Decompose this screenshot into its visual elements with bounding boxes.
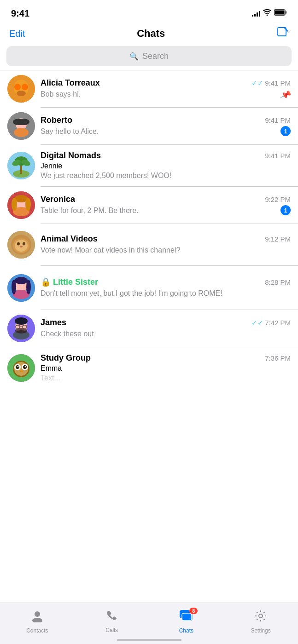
svg-rect-13 (13, 119, 29, 125)
svg-point-38 (12, 280, 16, 294)
svg-rect-67 (182, 613, 192, 621)
tab-chats[interactable]: 8 Chats (149, 603, 224, 637)
chat-content: Digital Nomads 9:41 PM Jennie We just re… (41, 151, 291, 181)
battery-icon (274, 9, 287, 17)
chat-preview: We just reached 2,500 members! WOO! (41, 171, 291, 181)
signal-icon (252, 10, 260, 17)
list-item[interactable]: Alicia Torreaux ✓✓ 9:41 PM Bob says hi. … (0, 70, 298, 107)
list-item[interactable]: James ✓✓ 7:42 PM Check these out (0, 310, 298, 347)
svg-point-39 (26, 280, 31, 294)
status-time: 9:41 (11, 8, 29, 19)
header: Edit Chats (0, 24, 298, 46)
read-receipt-icon: ✓✓ (251, 79, 263, 87)
calls-icon (106, 610, 118, 625)
chat-header: 🔒 Little Sister 8:28 PM (41, 277, 291, 287)
svg-point-26 (25, 198, 31, 211)
tab-bar: Contacts Calls 8 Chats (0, 603, 298, 644)
svg-point-37 (15, 277, 28, 284)
chat-header: Study Group 7:36 PM (41, 353, 291, 363)
list-item[interactable]: 🔒 Little Sister 8:28 PM Don't tell mom y… (0, 266, 298, 310)
chat-list: Alicia Torreaux ✓✓ 9:41 PM Bob says hi. … (0, 70, 298, 389)
chat-time: ✓✓ 7:42 PM (251, 319, 291, 327)
svg-point-31 (17, 242, 20, 246)
chat-header: Animal Videos 9:12 PM (41, 234, 291, 244)
chat-sender: Jennie (41, 162, 291, 170)
chat-preview: Check these out (41, 329, 291, 339)
search-bar[interactable]: 🔍 Search (6, 46, 292, 66)
svg-point-68 (259, 614, 263, 618)
avatar (7, 231, 35, 259)
svg-point-56 (25, 366, 26, 368)
chat-time: 9:22 PM (265, 196, 291, 203)
svg-rect-2 (286, 12, 287, 14)
tab-contacts-label: Contacts (26, 627, 48, 634)
list-item[interactable]: Digital Nomads 9:41 PM Jennie We just re… (0, 145, 298, 186)
chat-preview: Table for four, 2 PM. Be there. (41, 206, 291, 216)
chat-time: 9:12 PM (265, 235, 291, 243)
svg-point-61 (32, 618, 42, 622)
list-item[interactable]: Roberto 9:41 PM Say hello to Alice. 1 (0, 108, 298, 144)
svg-point-10 (17, 91, 26, 96)
wifi-icon (263, 9, 271, 17)
tab-calls-label: Calls (105, 627, 118, 633)
chat-content: James ✓✓ 7:42 PM Check these out (41, 318, 291, 339)
chat-name: 🔒 Little Sister (41, 277, 98, 287)
avatar (7, 315, 35, 342)
list-item[interactable]: Animal Videos 9:12 PM Vote now! Moar cat… (0, 224, 298, 265)
svg-point-8 (14, 84, 21, 90)
chat-name: Veronica (41, 195, 75, 204)
chat-header: Digital Nomads 9:41 PM (41, 151, 291, 161)
svg-point-55 (18, 366, 19, 368)
svg-point-9 (22, 84, 28, 90)
list-item[interactable]: Study Group 7:36 PM Emma Text... (0, 347, 298, 389)
chat-header: Alicia Torreaux ✓✓ 9:41 PM (41, 78, 291, 88)
edit-button[interactable]: Edit (9, 29, 25, 39)
chats-icon-wrap: 8 (179, 610, 193, 626)
avatar (7, 112, 35, 140)
chat-preview: Don't tell mom yet, but I got the job! I… (41, 288, 291, 299)
tab-chats-label: Chats (179, 627, 193, 634)
search-placeholder: Search (142, 52, 169, 61)
chat-header: Veronica 9:22 PM (41, 195, 291, 204)
chat-name: James (41, 318, 66, 328)
chat-content: Alicia Torreaux ✓✓ 9:41 PM Bob says hi. (41, 78, 291, 99)
avatar (7, 354, 35, 382)
lock-icon: 🔒 (41, 277, 51, 287)
unread-badge: 1 (280, 126, 291, 136)
contacts-icon (31, 610, 44, 626)
chat-sender: Emma (41, 364, 291, 373)
status-icons (252, 9, 287, 17)
tab-contacts[interactable]: Contacts (0, 603, 75, 637)
chat-preview: Vote now! Moar cat videos in this channe… (41, 245, 291, 255)
chat-header: James ✓✓ 7:42 PM (41, 318, 291, 328)
chat-content: Animal Videos 9:12 PM Vote now! Moar cat… (41, 234, 291, 255)
avatar (7, 75, 35, 103)
svg-point-44 (15, 328, 27, 334)
chat-preview: Text... (41, 373, 291, 383)
chat-preview: Say hello to Alice. (41, 126, 291, 137)
avatar (7, 152, 35, 179)
list-item[interactable]: Veronica 9:22 PM Table for four, 2 PM. B… (0, 187, 298, 224)
page-title: Chats (137, 28, 165, 40)
chat-time: 8:28 PM (265, 278, 291, 286)
tab-settings-label: Settings (251, 627, 270, 634)
avatar (7, 274, 35, 302)
svg-point-14 (14, 128, 29, 137)
chat-name: Alicia Torreaux (41, 78, 100, 88)
settings-icon (254, 610, 267, 626)
chat-name: Study Group (41, 353, 91, 363)
compose-button[interactable] (277, 27, 289, 40)
search-icon: 🔍 (129, 52, 139, 61)
chat-time: 9:41 PM (265, 152, 291, 160)
avatar (7, 191, 35, 219)
unread-badge: 1 (280, 205, 291, 215)
tab-settings[interactable]: Settings (223, 603, 298, 637)
svg-rect-3 (278, 28, 286, 36)
chat-name: Animal Videos (41, 234, 98, 244)
svg-point-43 (15, 317, 28, 325)
chat-name: Digital Nomads (41, 151, 101, 161)
tab-calls[interactable]: Calls (75, 603, 149, 637)
chat-time: 9:41 PM (265, 116, 291, 124)
home-indicator (117, 639, 181, 641)
chat-header: Roberto 9:41 PM (41, 115, 291, 125)
